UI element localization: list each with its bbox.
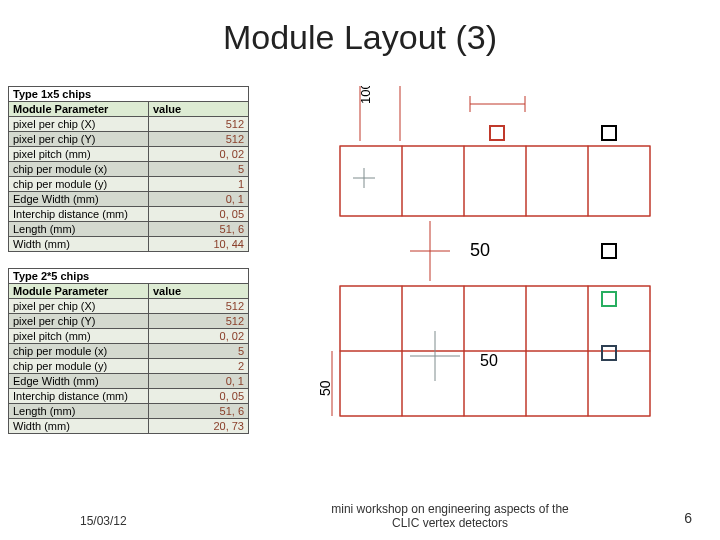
- table-row: pixel per chip (X)512: [9, 299, 249, 314]
- table1-header: Type 1x5 chips: [9, 87, 249, 102]
- svg-rect-31: [602, 292, 616, 306]
- dim-label-100: 100: [358, 86, 373, 104]
- svg-rect-21: [464, 286, 526, 351]
- table-row: chip per module (x)5: [9, 162, 249, 177]
- table-row: pixel per chip (Y)512: [9, 132, 249, 147]
- col-value: value: [149, 102, 249, 117]
- footer-date: 15/03/12: [80, 514, 127, 528]
- footer-page-number: 6: [684, 510, 692, 526]
- svg-rect-22: [526, 286, 588, 351]
- dim-label-50b: 50: [480, 352, 498, 369]
- svg-rect-9: [490, 126, 504, 140]
- table-row: Edge Width (mm)0, 1: [9, 192, 249, 207]
- table-row: chip per module (y)2: [9, 359, 249, 374]
- module-2x5-drawing: 50 50: [320, 286, 650, 416]
- table-row: Interchip distance (mm)0, 05: [9, 389, 249, 404]
- svg-rect-25: [402, 351, 464, 416]
- dim-label-50c: 50: [320, 380, 333, 396]
- table-row: Interchip distance (mm)0, 05: [9, 207, 249, 222]
- module-diagram: 100 50 50 50: [320, 86, 690, 486]
- svg-rect-24: [340, 351, 402, 416]
- svg-rect-17: [602, 244, 616, 258]
- svg-rect-19: [340, 286, 402, 351]
- slide-title: Module Layout (3): [0, 0, 720, 67]
- table-row: pixel pitch (mm)0, 02: [9, 329, 249, 344]
- table-row: chip per module (y)1: [9, 177, 249, 192]
- svg-rect-20: [402, 286, 464, 351]
- table-row: Edge Width (mm)0, 1: [9, 374, 249, 389]
- svg-rect-4: [526, 146, 588, 216]
- table-row: pixel per chip (X)512: [9, 117, 249, 132]
- table-row: Length (mm)51, 6: [9, 404, 249, 419]
- table-row: chip per module (x)5: [9, 344, 249, 359]
- col-param: Module Parameter: [9, 284, 149, 299]
- svg-rect-23: [588, 286, 650, 351]
- tables-container: Type 1x5 chips Module Parameter value pi…: [8, 86, 249, 450]
- col-value: value: [149, 284, 249, 299]
- col-param: Module Parameter: [9, 102, 149, 117]
- svg-rect-27: [526, 351, 588, 416]
- table-type2: Type 2*5 chips Module Parameter value pi…: [8, 268, 249, 434]
- table2-header: Type 2*5 chips: [9, 269, 249, 284]
- footer-text: mini workshop on engineering aspects of …: [320, 502, 580, 530]
- table-row: Length (mm)51, 6: [9, 222, 249, 237]
- svg-rect-5: [588, 146, 650, 216]
- dim-label-50a: 50: [470, 240, 490, 260]
- table-row: Width (mm)20, 73: [9, 419, 249, 434]
- table-row: pixel per chip (Y)512: [9, 314, 249, 329]
- svg-rect-32: [602, 346, 616, 360]
- table-row: pixel pitch (mm)0, 02: [9, 147, 249, 162]
- svg-rect-2: [402, 146, 464, 216]
- table-row: Width (mm)10, 44: [9, 237, 249, 252]
- svg-rect-1: [340, 146, 402, 216]
- svg-rect-28: [588, 351, 650, 416]
- svg-rect-0: [340, 146, 650, 216]
- svg-rect-8: [602, 126, 616, 140]
- table-type1: Type 1x5 chips Module Parameter value pi…: [8, 86, 249, 252]
- module-1x5-drawing: 100 50: [340, 86, 650, 281]
- svg-rect-3: [464, 146, 526, 216]
